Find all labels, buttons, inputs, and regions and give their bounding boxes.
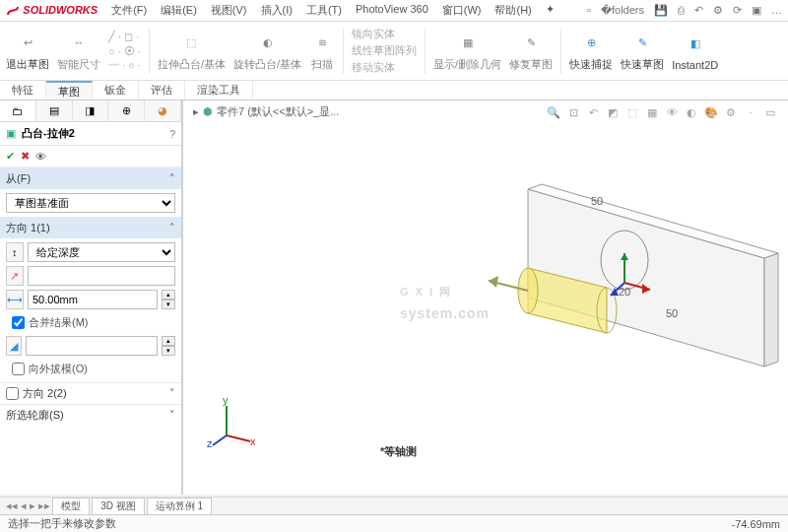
tab-nav-left[interactable]: ◂◂ ◂ ▸ ▸▸ [6,499,50,512]
feature-title: 凸台-拉伸2 [22,126,75,141]
tab-eval[interactable]: 评估 [139,81,185,100]
depth-up[interactable]: ▴ [162,290,175,299]
bottom-tab-motion[interactable]: 运动算例 1 [147,498,212,515]
view-triad: y x z [207,398,256,447]
contour-header[interactable]: 所选轮廓(S) ˅ [0,405,181,426]
appearance-icon[interactable]: 🎨 [703,104,719,120]
scene-icon[interactable]: ◐ [684,104,699,120]
svg-marker-1 [764,253,778,366]
ribbon-quick-sketch[interactable]: ✎ 快速草图 [621,30,664,72]
ok-button[interactable]: ✔ [6,150,15,163]
direction1-header-label: 方向 1(1) [6,221,50,235]
spline-tool-icon[interactable]: 〰 · ⊙ · [108,59,141,71]
menu-tools[interactable]: 工具(T) [306,3,342,18]
tab-sketch[interactable]: 草图 [46,81,93,100]
menu-photoview[interactable]: PhotoView 360 [356,3,428,18]
ribbon-repair[interactable]: ✎ 修复草图 [509,30,553,72]
reverse-direction-button[interactable]: ↕ [6,242,24,262]
zoom-fit-icon[interactable]: 🔍 [546,104,561,120]
help-icon[interactable]: ? [169,128,175,140]
from-select[interactable]: 草图基准面 [6,193,175,213]
bottom-tab-3dview[interactable]: 3D 视图 [92,498,145,515]
breadcrumb[interactable]: ▸ ⬢ 零件7 (默认<<默认>_显... [193,104,339,119]
view-orient-icon[interactable]: ⬚ [624,104,640,120]
panel-tab-target[interactable]: ⊕ [108,100,145,121]
depth-input[interactable] [28,290,158,309]
menu-window[interactable]: 窗口(W) [442,3,482,18]
panel-tab-display[interactable]: ◨ [73,100,109,121]
from-header[interactable]: 从(F) ˄ [0,168,181,189]
draft-spinner[interactable]: ▴ ▾ [162,336,175,356]
panel-tab-feature[interactable]: 🗀 [0,100,36,121]
draft-down[interactable]: ▾ [162,346,175,356]
circle-tool-icon[interactable]: ○ · ⦿ · [108,45,141,57]
draft-up[interactable]: ▴ [162,336,175,346]
open-icon[interactable]: �folders [601,4,644,17]
end-condition-select[interactable]: 给定深度 [28,242,175,262]
ribbon-exit-sketch[interactable]: ↩ 退出草图 [6,30,49,72]
options-icon[interactable]: ⚙ [713,4,723,17]
cancel-button[interactable]: ✖ [21,150,30,163]
ribbon-revolve[interactable]: ◐ 旋转凸台/基体 [233,30,301,72]
hide-show-icon[interactable]: 👁 [664,104,680,120]
view-settings-icon[interactable]: ⚙ [723,104,739,120]
panel-tab-config[interactable]: ▤ [36,100,73,121]
app-logo: SOLIDWORKS [6,3,98,18]
ribbon-smart-dim[interactable]: ↔ 智能尺寸 [57,30,100,72]
rebuild-icon[interactable]: ⟳ [733,4,742,17]
merge-checkbox[interactable] [12,316,25,329]
mirror-tool[interactable]: 镜向实体 [352,27,417,41]
svg-line-19 [213,435,227,445]
section-view-icon[interactable]: ◩ [605,104,621,120]
tab-sheet[interactable]: 钣金 [93,81,139,100]
main-area: 🗀 ▤ ◨ ⊕ ◕ ▣ 凸台-拉伸2 ? ✔ ✖ 👁 从(F) ˄ 草图基准面 [0,100,788,495]
depth-down[interactable]: ▾ [162,299,175,309]
panel-tabs: 🗀 ▤ ◨ ⊕ ◕ [0,100,181,122]
depth-spinner[interactable]: ▴ ▾ [162,290,175,309]
direction1-header[interactable]: 方向 1(1) ˄ [0,218,181,238]
tab-render[interactable]: 渲染工具 [185,81,253,100]
display-style-icon[interactable]: ▦ [644,104,660,120]
undo-icon[interactable]: ↶ [694,4,703,17]
tab-feature[interactable]: 特征 [0,81,46,100]
preview-button[interactable]: 👁 [35,151,46,163]
pattern-tool[interactable]: 线性草图阵列 [352,43,417,58]
bottom-tab-model[interactable]: 模型 [52,498,90,515]
menu-edit[interactable]: 编辑(E) [161,3,197,18]
repair-label: 修复草图 [509,57,553,72]
print-icon[interactable]: ⎙ [678,4,685,17]
viewport[interactable]: ▸ ⬢ 零件7 (默认<<默认>_显... 🔍 ⊡ ↶ ◩ ⬚ ▦ 👁 ◐ 🎨 … [183,100,788,495]
repair-icon: ✎ [518,30,544,55]
render-icon[interactable]: ▭ [762,104,778,120]
ribbon-instant[interactable]: ◧ Instant2D [672,32,718,71]
direction-ref-button[interactable]: ↗ [6,266,24,286]
direction2-header[interactable]: 方向 2(2) ˅ [0,383,181,404]
menu-help[interactable]: 帮助(H) [494,3,531,18]
zoom-area-icon[interactable]: ⊡ [565,104,581,120]
feature-tree-icon: 🗀 [12,105,23,117]
menu-file[interactable]: 文件(F) [111,3,147,18]
outward-draft-label: 向外拔模(O) [29,362,88,376]
part-icon: ⬢ [203,105,213,118]
ribbon-quick-snap[interactable]: ⊕ 快速捕捉 [569,30,613,72]
more-icon[interactable]: … [771,4,782,17]
ribbon-extrude[interactable]: ⬚ 拉伸凸台/基体 [158,30,226,72]
ribbon-show[interactable]: ▦ 显示/删除几何 [433,30,501,72]
chevron-right-icon: ▸ [193,105,199,118]
extrude-label: 拉伸凸台/基体 [158,57,226,72]
move-tool[interactable]: 移动实体 [352,60,417,75]
menu-view[interactable]: 视图(V) [211,3,247,18]
draft-button[interactable]: ◢ [6,336,22,356]
panel-tab-appearance[interactable]: ◕ [145,100,181,121]
new-icon[interactable]: ▫ [587,4,591,17]
direction2-checkbox[interactable] [6,387,19,400]
window-icon[interactable]: ▣ [752,4,761,17]
save-icon[interactable]: 💾 [654,4,668,17]
ribbon-sweep[interactable]: ≋ 扫描 [309,30,335,72]
draft-input[interactable] [26,336,158,356]
outward-draft-checkbox[interactable] [12,363,25,375]
direction-ref-input[interactable] [28,266,175,286]
prev-view-icon[interactable]: ↶ [585,104,601,120]
line-tool-icon[interactable]: ╱ · ◻ · [108,31,141,43]
menu-insert[interactable]: 插入(I) [261,3,293,18]
